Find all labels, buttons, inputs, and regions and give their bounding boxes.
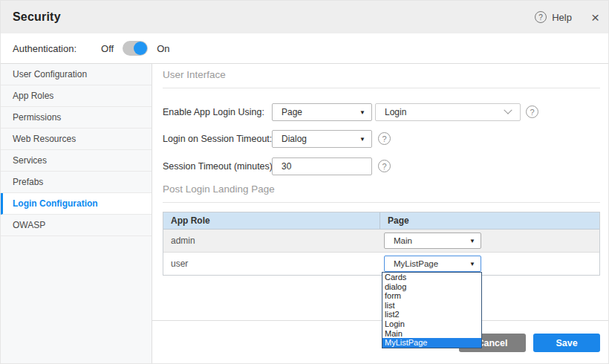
sidebar-item-web-resources[interactable]: Web Resources xyxy=(1,129,152,150)
save-button[interactable]: Save xyxy=(533,334,600,352)
table-row-admin: admin Main ▼ xyxy=(163,230,599,252)
header-actions: ? Help × xyxy=(535,1,599,33)
login-page-value: Login xyxy=(376,107,505,117)
option-cards[interactable]: Cards xyxy=(382,273,481,282)
column-header-app-role: App Role xyxy=(163,212,380,229)
session-timeout-type-value: Dialog xyxy=(273,134,359,144)
page-title: Security xyxy=(13,10,61,24)
option-mylistpage[interactable]: MyListPage xyxy=(382,338,481,348)
session-timeout-type-select[interactable]: Dialog ▼ xyxy=(272,130,372,148)
help-link[interactable]: Help xyxy=(552,12,572,23)
toggle-off-label: Off xyxy=(101,43,114,54)
option-dialog[interactable]: dialog xyxy=(382,282,481,292)
login-type-select[interactable]: Page ▼ xyxy=(272,103,372,121)
dropdown-arrow-icon: ▼ xyxy=(469,261,475,267)
chevron-down-icon xyxy=(504,106,512,114)
sidebar-item-login-configuration[interactable]: Login Configuration xyxy=(1,193,152,215)
sidebar-item-prefabs[interactable]: Prefabs xyxy=(1,172,152,193)
login-page-select[interactable]: Login xyxy=(375,103,521,121)
user-page-select[interactable]: MyListPage ▼ xyxy=(384,256,481,272)
page-options-dropdown: Cards dialog form list list2 Login Main … xyxy=(382,272,482,348)
toggle-on-label: On xyxy=(157,43,169,54)
security-dialog: Security ? Help × Authentication: Off On… xyxy=(0,0,609,364)
landing-page-table: App Role Page admin Main ▼ user MyListPa… xyxy=(163,212,600,276)
option-main[interactable]: Main xyxy=(382,329,481,339)
sidebar-item-app-roles[interactable]: App Roles xyxy=(1,85,152,107)
table-header-row: App Role Page xyxy=(163,212,599,230)
session-timeout-minutes-label: Session Timeout (minutes): xyxy=(163,157,275,175)
option-list[interactable]: list xyxy=(382,301,481,311)
login-type-value: Page xyxy=(273,107,359,117)
session-timeout-type-label: Login on Session Timeout: xyxy=(163,130,272,148)
sidebar-item-services[interactable]: Services xyxy=(1,150,152,172)
authentication-label: Authentication: xyxy=(13,43,76,54)
header-bar: Security ? Help × xyxy=(1,1,609,33)
close-icon[interactable]: × xyxy=(591,10,599,25)
enable-app-login-help-icon[interactable]: ? xyxy=(526,105,538,118)
option-form[interactable]: form xyxy=(382,291,481,301)
session-timeout-type-help-icon[interactable]: ? xyxy=(378,132,391,145)
admin-page-select[interactable]: Main ▼ xyxy=(384,233,481,249)
option-login[interactable]: Login xyxy=(382,319,481,329)
section-title-user-interface: User Interface xyxy=(163,69,600,88)
app-role-cell: user xyxy=(163,253,380,275)
session-timeout-minutes-input[interactable] xyxy=(272,157,372,175)
sidebar-nav: User Configuration App Roles Permissions… xyxy=(1,64,152,364)
enable-app-login-label: Enable App Login Using: xyxy=(163,103,264,121)
column-header-page: Page xyxy=(380,212,599,229)
dropdown-arrow-icon: ▼ xyxy=(359,109,365,116)
toggle-knob xyxy=(134,42,147,55)
user-page-value: MyListPage xyxy=(385,259,469,268)
authentication-bar: Authentication: Off On xyxy=(1,33,609,64)
admin-page-value: Main xyxy=(385,236,469,245)
footer-divider xyxy=(152,320,609,321)
option-list2[interactable]: list2 xyxy=(382,310,481,319)
authentication-toggle[interactable] xyxy=(123,41,148,56)
sidebar-item-user-configuration[interactable]: User Configuration xyxy=(1,64,152,85)
sidebar-item-permissions[interactable]: Permissions xyxy=(1,107,152,129)
dropdown-arrow-icon: ▼ xyxy=(359,136,365,143)
session-timeout-minutes-help-icon[interactable]: ? xyxy=(378,160,391,172)
dropdown-arrow-icon: ▼ xyxy=(469,238,475,244)
help-icon[interactable]: ? xyxy=(535,11,547,23)
page-cell: Main ▼ xyxy=(380,230,599,252)
app-role-cell: admin xyxy=(163,230,380,252)
sidebar-item-owasp[interactable]: OWASP xyxy=(1,215,152,236)
section-title-post-login: Post Login Landing Page xyxy=(163,183,600,203)
